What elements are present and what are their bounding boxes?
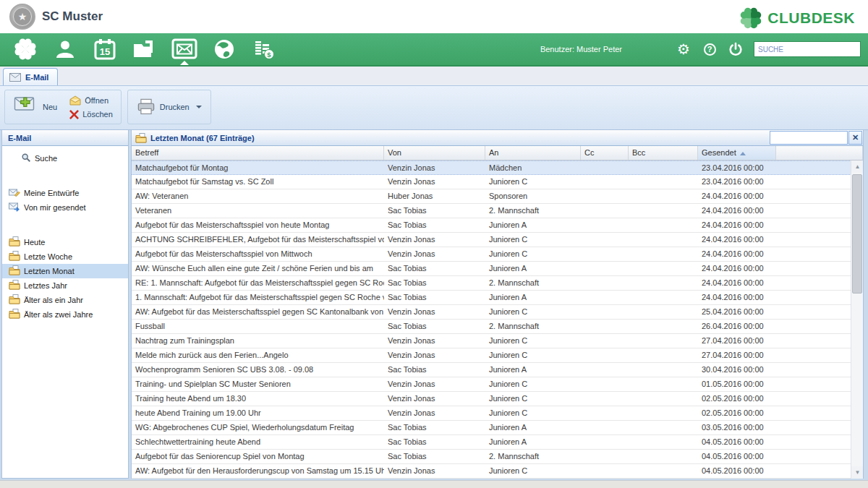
- contacts-icon[interactable]: [50, 35, 80, 64]
- table-row[interactable]: Nachtrag zum TrainingsplanVenzin JonasJu…: [132, 334, 863, 348]
- table-row[interactable]: Matchaufgebot für MontagVenzin JonasMädc…: [132, 160, 863, 175]
- cell-bcc: [629, 233, 698, 247]
- cell-von: Venzin Jonas: [384, 305, 485, 319]
- sidebar-item-von-mir-gesendet[interactable]: Von mir gesendet: [2, 200, 128, 215]
- finance-icon[interactable]: $: [249, 35, 279, 64]
- app-header: ★ SC Muster CLUBDESK: [0, 0, 868, 33]
- table-row[interactable]: ACHTUNG SCHREIBFEHLER, Aufgebot für das …: [132, 233, 863, 247]
- table-row[interactable]: AW: Aufgebot für den Herausforderungscup…: [132, 464, 863, 479]
- open-mail-button[interactable]: Öffnen: [67, 95, 115, 106]
- cell-an: Junioren A: [485, 435, 581, 449]
- column-header-gesendet[interactable]: Gesendet: [698, 146, 776, 160]
- folder-icon: [9, 236, 20, 249]
- filter-input[interactable]: [770, 131, 848, 145]
- new-mail-label: Neu: [43, 103, 57, 111]
- cell-betreff: heute Abend Training um 19.00 Uhr: [132, 406, 384, 420]
- table-row[interactable]: RE: 1. Mannschaft: Aufgebot für das Meis…: [132, 276, 863, 291]
- delete-mail-label: Löschen: [82, 110, 113, 119]
- table-row[interactable]: FussballSac Tobias2. Mannschaft26.04.201…: [132, 320, 863, 334]
- cell-cc: [581, 363, 629, 377]
- vertical-scrollbar[interactable]: ▲ ▼: [851, 160, 863, 479]
- sidebar-folder-letzten-monat[interactable]: Letzten Monat: [2, 264, 128, 278]
- cell-cc: [581, 233, 629, 247]
- table-row[interactable]: Aufgebot für das Seniorencup Spiel von M…: [132, 450, 863, 464]
- new-mail-button[interactable]: Neu: [11, 94, 60, 120]
- table-row[interactable]: VeteranenSac Tobias2. Mannschaft24.04.20…: [132, 204, 863, 218]
- cell-betreff: AW: Wünsche Euch allen eine gute Zeit / …: [132, 262, 384, 275]
- active-module-indicator: [180, 61, 189, 65]
- delete-mail-button[interactable]: Löschen: [67, 109, 115, 120]
- clover-home-icon[interactable]: [10, 35, 41, 64]
- column-header-cc[interactable]: Cc: [581, 146, 629, 160]
- cell-cc: [581, 218, 629, 232]
- documents-icon[interactable]: [129, 35, 160, 64]
- folder-icon: [9, 279, 20, 292]
- sidebar-item-meine-entw-rfe[interactable]: Meine Entwürfe: [2, 186, 128, 200]
- website-icon[interactable]: [209, 35, 239, 64]
- scrollbar-thumb[interactable]: [852, 174, 862, 294]
- cell-an: 2. Mannschaft: [485, 320, 581, 333]
- calendar-icon[interactable]: 15: [90, 35, 120, 64]
- sidebar-folder-letzte-woche[interactable]: Letzte Woche: [2, 249, 128, 264]
- new-mail-icon: [14, 95, 38, 119]
- table-row[interactable]: WG: Abgebrochenes CUP Spiel, Wiederholun…: [132, 421, 863, 435]
- cell-an: Junioren C: [485, 233, 581, 247]
- cell-betreff: Training- und Spielplan SC Muster Senior…: [132, 377, 384, 391]
- cell-betreff: Schlechtwettertraining heute Abend: [132, 435, 384, 449]
- cell-bcc: [629, 262, 698, 275]
- cell-an: Junioren C: [485, 348, 581, 362]
- scroll-up-button[interactable]: ▲: [851, 160, 863, 173]
- email-toolbar: Neu Öffnen Löschen: [0, 86, 868, 130]
- club-name: SC Muster: [42, 9, 103, 24]
- table-row[interactable]: Aufgebot für das Meisterschaftsspiel von…: [132, 247, 863, 262]
- cell-gesendet: 24.04.2016 00:00: [698, 262, 776, 275]
- cell-cc: [581, 320, 629, 333]
- table-row[interactable]: Aufgebot für das Meisterschaftsspiel von…: [132, 218, 863, 233]
- table-row[interactable]: 1. Mannschaft: Aufgebot für das Meisters…: [132, 291, 863, 305]
- table-row[interactable]: heute Abend Training um 19.00 UhrVenzin …: [132, 406, 863, 421]
- cell-bcc: [629, 320, 698, 333]
- scroll-down-button[interactable]: ▼: [851, 466, 863, 479]
- table-row[interactable]: Wochenprogramm Senioren SC UBS 3.08. - 0…: [132, 363, 863, 377]
- table-row[interactable]: AW: Aufgebot für das Meisterschaftsspiel…: [132, 305, 863, 320]
- gear-icon[interactable]: ⚙: [676, 41, 692, 57]
- sidebar-item-label: Älter als ein Jahr: [24, 296, 83, 304]
- sidebar-item-label: Meine Entwürfe: [24, 189, 79, 197]
- cell-von: Sac Tobias: [384, 204, 485, 218]
- tab-email[interactable]: E-Mail: [3, 68, 58, 85]
- column-header-betreff[interactable]: Betreff: [132, 146, 384, 160]
- search-input[interactable]: [754, 41, 861, 57]
- table-row[interactable]: AW: VeteranenHuber JonasSponsoren24.04.2…: [132, 189, 863, 204]
- power-icon[interactable]: [728, 41, 744, 57]
- cell-gesendet: 24.04.2016 00:00: [698, 189, 776, 203]
- cell-an: Junioren C: [485, 305, 581, 319]
- print-button[interactable]: Drucken: [134, 97, 205, 117]
- sidebar-folder-letztes-jahr[interactable]: Letztes Jahr: [2, 278, 128, 293]
- table-row[interactable]: Matchaufgebot für Samstag vs. SC ZollVen…: [132, 175, 863, 189]
- table-row[interactable]: AW: Wünsche Euch allen eine gute Zeit / …: [132, 262, 863, 276]
- sidebar-item-suche[interactable]: Suche: [2, 151, 128, 166]
- clear-filter-button[interactable]: ✕: [848, 131, 862, 145]
- table-row[interactable]: Schlechtwettertraining heute AbendSac To…: [132, 435, 863, 450]
- svg-text:$: $: [267, 51, 271, 59]
- clubdesk-wordmark: CLUBDESK: [767, 9, 855, 27]
- cell-cc: [581, 406, 629, 420]
- sidebar-folder--lter-als-ein-jahr[interactable]: Älter als ein Jahr: [2, 293, 128, 307]
- cell-von: Sac Tobias: [384, 320, 485, 333]
- table-row[interactable]: Training heute Abend um 18.30Venzin Jona…: [132, 392, 863, 406]
- column-header-bcc[interactable]: Bcc: [629, 146, 698, 160]
- table-row[interactable]: Melde mich zurück aus den Ferien...Angel…: [132, 348, 863, 363]
- cell-betreff: Aufgebot für das Meisterschaftsspiel von…: [132, 247, 384, 261]
- search-icon: [21, 153, 31, 164]
- cell-gesendet: 24.04.2016 00:00: [698, 218, 776, 232]
- help-icon[interactable]: ?: [702, 41, 718, 57]
- column-header-an[interactable]: An: [485, 146, 581, 160]
- mail-icon[interactable]: [169, 35, 200, 64]
- open-mail-label: Öffnen: [85, 96, 109, 105]
- tab-strip: E-Mail: [0, 67, 868, 86]
- sidebar-folder--lter-als-zwei-jahre[interactable]: Älter als zwei Jahre: [2, 307, 128, 322]
- sidebar-folder-heute[interactable]: Heute: [2, 235, 128, 249]
- column-header-von[interactable]: Von: [384, 146, 485, 160]
- cell-gesendet: 24.04.2016 00:00: [698, 204, 776, 218]
- table-row[interactable]: Training- und Spielplan SC Muster Senior…: [132, 377, 863, 392]
